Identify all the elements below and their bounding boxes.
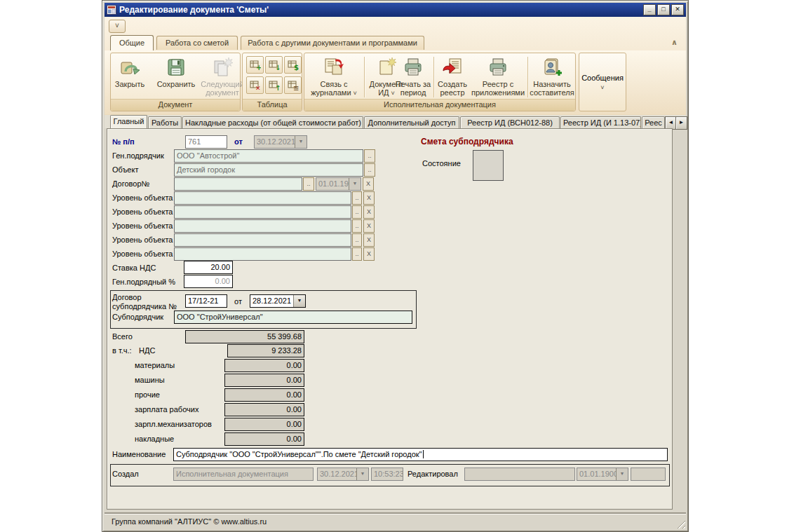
level2-clear-button[interactable]: X [363, 205, 375, 219]
print-period-button[interactable]: Печать за период [393, 55, 433, 97]
ribbon-tab-other-docs[interactable]: Работа с другими документами и программа… [241, 36, 424, 50]
tab-registry-clipped[interactable]: Реес [642, 116, 665, 128]
tab-overhead[interactable]: Накладные расходы (от общей стоимости ра… [182, 116, 363, 128]
create-registry-button[interactable]: Создать реестр [436, 55, 469, 97]
registry-attachments-button[interactable]: Реестр с приложениями [470, 55, 526, 97]
level4-field[interactable] [174, 233, 351, 247]
contract-clear-button[interactable]: X [363, 177, 374, 191]
level3-clear-button[interactable]: X [363, 219, 375, 233]
level1-lookup-button[interactable]: .. [352, 191, 362, 205]
table-sum-icon: $ [288, 60, 299, 71]
ribbon-group-document: Закрыть Сохранить [110, 53, 241, 111]
level3-field[interactable] [174, 219, 351, 233]
save-button[interactable]: Сохранить [149, 55, 203, 88]
form-heading: Смета субподрядчика [421, 137, 513, 146]
level5-clear-button[interactable]: X [363, 247, 375, 261]
table-rows-button[interactable]: ≡ [284, 76, 302, 94]
collapse-ribbon-icon[interactable]: ∧ [671, 38, 678, 47]
object-lookup-button[interactable]: .. [364, 163, 375, 177]
edited-time-field [631, 468, 666, 481]
ribbon-tab-estimate[interactable]: Работа со сметой [156, 36, 238, 50]
vat-rate-input[interactable]: 20.00 [184, 261, 233, 274]
ribbon-group-exec-doc: Связь с журналами ˅ Документ ИД ˅ [304, 53, 576, 111]
subcontractor-field[interactable]: ООО "СтройУниверсал" [174, 311, 412, 324]
print-period-icon [402, 55, 424, 80]
tab-main[interactable]: Главный [110, 115, 147, 128]
level5-field[interactable] [174, 247, 351, 261]
contract-label: Договор№ [112, 179, 149, 188]
assign-author-button[interactable]: Назначить составителя [530, 55, 574, 97]
level1-field[interactable] [174, 191, 351, 205]
window-title: Редактирование документа 'Сметы' [119, 5, 642, 15]
created-date-combo[interactable]: 30.12.2021 ▼ [317, 468, 369, 481]
level4-clear-button[interactable]: X [363, 233, 375, 247]
create-registry-icon [441, 55, 464, 80]
svg-text:↓: ↓ [275, 64, 280, 71]
contract-field[interactable] [174, 177, 302, 191]
maximize-button[interactable]: □ [657, 4, 670, 15]
gen-percent-input[interactable]: 0.00 [184, 275, 233, 288]
close-window-button[interactable]: ✕ [671, 4, 684, 15]
tab-registry-vsn[interactable]: Реестр ИД (ВСН012-88) [460, 116, 560, 128]
tab-registry-i113[interactable]: Реестр ИД (И 1.13-07) [560, 116, 641, 128]
contract-date-combo[interactable]: 01.01.1900 ▼ [316, 177, 361, 191]
overhead-field: 0.00 [224, 432, 304, 446]
level3-lookup-button[interactable]: .. [352, 219, 362, 233]
table-insert-row-button[interactable]: ↓ [265, 56, 283, 74]
next-document-button[interactable]: Следующий документ [203, 55, 241, 97]
next-document-icon [211, 55, 234, 80]
doc-date-combo[interactable]: 30.12.2021 ▼ [254, 135, 307, 149]
gen-contractor-lookup-button[interactable]: .. [364, 149, 375, 163]
table-move-up-button[interactable]: ↑ [265, 76, 283, 94]
level1-clear-button[interactable]: X [363, 191, 375, 205]
level4-lookup-button[interactable]: .. [352, 233, 362, 247]
subcontract-date-combo[interactable]: 28.12.2021 ▼ [250, 294, 306, 308]
other-label: прочие [135, 390, 160, 399]
other-field: 0.00 [224, 388, 304, 402]
object-field[interactable]: Детский городок [174, 163, 363, 177]
minimize-button[interactable]: _ [643, 4, 656, 15]
machines-field: 0.00 [224, 374, 304, 387]
quick-access-chevron-button[interactable]: ˅ [109, 20, 126, 33]
resize-grip-icon[interactable] [675, 518, 685, 528]
machines-label: машины [135, 376, 165, 384]
save-icon [165, 55, 187, 80]
level5-lookup-button[interactable]: .. [352, 247, 362, 261]
svg-text:↑: ↑ [275, 84, 280, 91]
journals-link-button[interactable]: Связь с журналами ˅ [305, 55, 363, 97]
table-add-row-button[interactable]: + [246, 56, 264, 74]
table-sum-button[interactable]: $ [284, 56, 302, 74]
created-label: Создал [112, 470, 139, 478]
level2-lookup-button[interactable]: .. [352, 205, 362, 219]
num-from-label: от [234, 137, 243, 146]
subcontract-num-input[interactable]: 17/12-21 [185, 294, 227, 308]
gen-contractor-field[interactable]: ООО "Автострой" [174, 149, 363, 163]
naming-input[interactable]: Субподрядчик "ООО "СтройУниверсал"".По с… [173, 448, 668, 461]
table-move-up-icon: ↑ [269, 80, 280, 91]
contract-lookup-button[interactable]: .. [303, 177, 314, 191]
operators-pay-field: 0.00 [224, 418, 304, 431]
subcontract-from-label: от [234, 297, 242, 306]
edited-date-combo[interactable]: 01.01.1900 ▼ [577, 468, 628, 481]
dropdown-arrow-icon: ▼ [293, 295, 305, 307]
level2-field[interactable] [174, 205, 351, 219]
close-document-button[interactable]: Закрыть [112, 55, 148, 88]
close-document-icon [119, 55, 141, 80]
svg-text:+: + [256, 64, 261, 71]
table-rows-icon: ≡ [288, 80, 299, 91]
state-label: Состояние [422, 159, 461, 168]
tab-works[interactable]: Работы [148, 116, 182, 128]
edited-by-field [464, 468, 575, 481]
ribbon-tab-strip: Общие Работа со сметой Работа с другими … [105, 35, 686, 50]
state-indicator-box [473, 150, 504, 181]
ribbon-tab-general[interactable]: Общие [110, 35, 154, 50]
messages-button[interactable]: Сообщения ˅ [579, 53, 626, 111]
tab-scroll-right-button[interactable]: ► [675, 116, 687, 130]
ribbon-separator [364, 57, 365, 97]
statusbar-text: Группа компаний "АЛТИУС" © www.altius.ru [112, 517, 267, 526]
dropdown-arrow-icon: ▼ [349, 178, 361, 190]
table-delete-row-button[interactable]: ✕ [246, 76, 264, 94]
tab-additional-access[interactable]: Дополнительный доступ [364, 116, 459, 128]
ribbon-group-table: + ↓ $ [242, 53, 302, 111]
num-input[interactable]: 761 [185, 135, 227, 149]
